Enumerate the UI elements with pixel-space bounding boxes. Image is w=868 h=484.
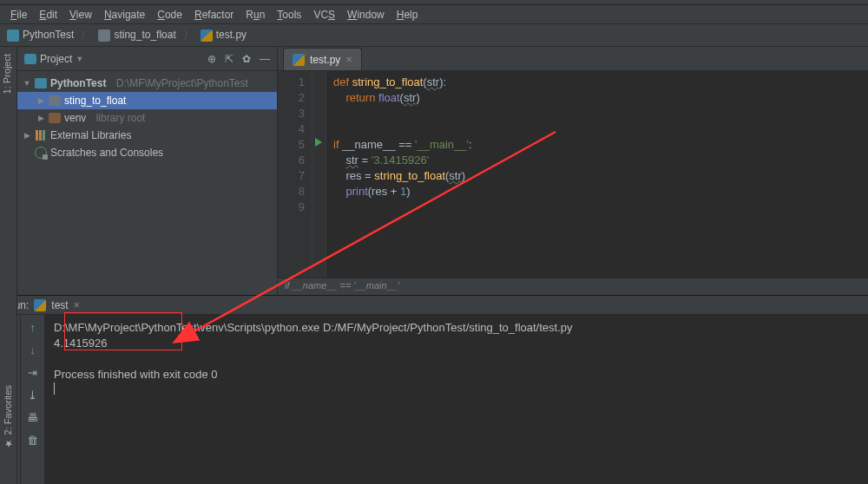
gear-icon[interactable]: ✿	[242, 53, 251, 65]
print-icon[interactable]: 🖶	[26, 410, 40, 424]
editor-tab[interactable]: test.py ×	[283, 48, 362, 70]
breadcrumb-root[interactable]: PythonTest	[7, 29, 74, 42]
tree-root[interactable]: ▼ PythonTest D:\MF\MyProject\PythonTest	[17, 75, 277, 92]
folder-icon	[49, 113, 61, 123]
caret-down-icon: ▼	[23, 79, 31, 88]
menu-refactor[interactable]: Refactor	[189, 7, 239, 23]
favorites-tool-button[interactable]: ★ 2: Favorites	[2, 385, 13, 449]
caret-right-icon: ▶	[36, 96, 45, 105]
library-icon	[35, 130, 47, 141]
caret	[54, 383, 55, 395]
trash-icon[interactable]: 🗑	[26, 433, 40, 447]
up-icon[interactable]: ↑	[26, 320, 40, 334]
close-icon[interactable]: ×	[345, 53, 352, 66]
tree-folder-sting[interactable]: ▶ sting_to_float	[17, 92, 277, 109]
line-gutter: 123456789	[278, 71, 312, 278]
breadcrumb-sep: 〉	[183, 28, 194, 43]
project-panel-header: Project ▼ ⊕ ⇱ ✿ —	[17, 47, 277, 71]
editor-tab-bar: test.py ×	[278, 47, 868, 71]
run-config-name[interactable]: test	[51, 299, 68, 311]
python-file-icon	[293, 54, 305, 66]
project-panel-title[interactable]: Project ▼	[24, 53, 202, 65]
menu-view[interactable]: View	[64, 7, 97, 23]
console-output[interactable]: D:\MF\MyProject\PythonTest\venv\Scripts\…	[45, 315, 868, 484]
editor-breadcrumb[interactable]: if __name__ == '__main__'	[278, 278, 868, 295]
menu-file[interactable]: File	[5, 7, 32, 23]
down-icon[interactable]: ↓	[26, 343, 40, 356]
menu-edit[interactable]: Edit	[34, 7, 62, 23]
menu-navigate[interactable]: Navigate	[99, 7, 150, 23]
menu-help[interactable]: Help	[391, 7, 424, 23]
run-header: Run: test ×	[0, 296, 868, 315]
run-gutter	[312, 71, 326, 278]
navigation-bar: PythonTest 〉 sting_to_float 〉 test.py	[0, 24, 868, 47]
menu-vcs[interactable]: VCS	[308, 7, 340, 23]
left-tool-stripe-bottom: ★ 2: Favorites	[0, 295, 17, 484]
caret-right-icon: ▶	[36, 114, 45, 122]
project-tool-button[interactable]: 1: Project	[2, 54, 12, 94]
main-menubar: File Edit View Navigate Code Refactor Ru…	[0, 5, 868, 24]
menu-window[interactable]: Window	[342, 7, 390, 23]
folder-icon	[49, 95, 61, 106]
locate-icon[interactable]: ⊕	[207, 53, 216, 65]
run-line-icon[interactable]	[315, 138, 322, 147]
hide-icon[interactable]: —	[260, 53, 270, 65]
left-tool-stripe: 1: Project	[0, 47, 17, 295]
scroll-end-icon[interactable]: ⤓	[26, 388, 40, 402]
scratches-icon	[35, 147, 47, 159]
collapse-icon[interactable]: ⇱	[225, 53, 233, 65]
tree-scratches[interactable]: Scratches and Consoles	[17, 144, 277, 161]
project-tree: ▼ PythonTest D:\MF\MyProject\PythonTest …	[17, 71, 277, 165]
breadcrumb-sep: 〉	[81, 28, 91, 43]
editor-area: test.py × 123456789 def string_to_float(…	[278, 47, 868, 295]
close-icon[interactable]: ×	[74, 299, 80, 311]
code-content[interactable]: def string_to_float(str): return float(s…	[326, 71, 868, 278]
breadcrumb-file[interactable]: test.py	[201, 29, 247, 42]
caret-right-icon: ▶	[23, 131, 31, 140]
python-icon	[34, 299, 46, 311]
menu-run[interactable]: Run	[240, 7, 270, 23]
folder-icon	[35, 78, 47, 88]
run-toolbar-secondary: ↑ ↓ ⇥ ⤓ 🖶 🗑	[21, 315, 45, 484]
menu-code[interactable]: Code	[152, 7, 187, 23]
tree-folder-venv[interactable]: ▶ venv library root	[17, 109, 277, 127]
project-panel: Project ▼ ⊕ ⇱ ✿ — ▼ PythonTest D:\MF\MyP…	[17, 47, 278, 295]
softwrap-icon[interactable]: ⇥	[26, 365, 40, 379]
tree-external-libs[interactable]: ▶ External Libraries	[17, 127, 277, 144]
run-tool-window: Run: test × ▍▍ ⏏ ↑ ↓ ⇥ ⤓ 🖶 🗑 D:\MF\MyPro…	[0, 295, 868, 484]
dropdown-icon: ▼	[76, 55, 83, 63]
breadcrumb-folder[interactable]: sting_to_float	[98, 29, 175, 42]
project-icon	[24, 54, 36, 64]
menu-tools[interactable]: Tools	[272, 7, 306, 23]
editor-body[interactable]: 123456789 def string_to_float(str): retu…	[278, 71, 868, 278]
